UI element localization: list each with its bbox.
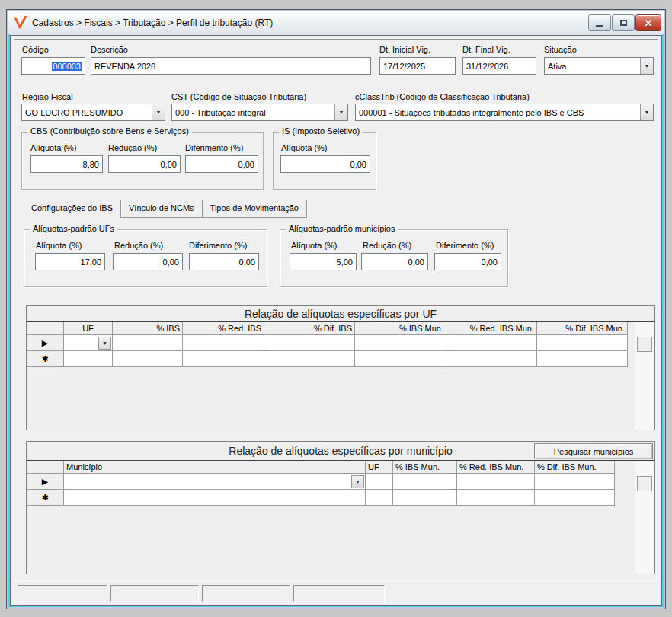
pesquisar-municipios-button[interactable]: Pesquisar municípios bbox=[534, 443, 653, 459]
mun-defaults-title: Alíquotas-padrão municípios bbox=[286, 224, 398, 233]
uf-table: Relação de alíquotas específicas por UF … bbox=[26, 305, 655, 430]
uf-new-cell-ibs-mun[interactable] bbox=[355, 351, 446, 367]
uf-header-ibs-mun[interactable]: % IBS Mun. bbox=[355, 322, 446, 335]
is-group-title: IS (Imposto Seletivo) bbox=[279, 126, 363, 136]
restore-icon bbox=[620, 20, 627, 26]
status-panel-1 bbox=[18, 585, 107, 602]
chevron-down-icon[interactable]: ▼ bbox=[640, 104, 653, 120]
cbs-diferimento-input[interactable]: 0,00 bbox=[185, 155, 258, 173]
status-panel-4 bbox=[293, 585, 385, 602]
uf-cell-dif-ibs-mun[interactable] bbox=[537, 335, 628, 351]
is-groupbox: IS (Imposto Seletivo) Alíquota (%) 0,00 bbox=[273, 132, 376, 190]
is-aliquota-input[interactable]: 0,00 bbox=[280, 155, 370, 173]
uf-header-dif-ibs[interactable]: % Dif. IBS bbox=[264, 322, 355, 335]
uf-table-scroll-thumb[interactable] bbox=[637, 337, 652, 352]
descricao-input[interactable]: REVENDA 2026 bbox=[91, 57, 371, 75]
mun-table-row-new: ✱ bbox=[27, 490, 616, 506]
mun-new-cell-municipio[interactable] bbox=[64, 490, 366, 506]
mun-reducao-input[interactable]: 0,00 bbox=[361, 253, 428, 270]
tab-vinculo-ncms[interactable]: Vínculo de NCMs bbox=[121, 200, 203, 218]
mun-row-selector[interactable]: ▶ bbox=[27, 474, 64, 490]
uf-reducao-input[interactable]: 0,00 bbox=[113, 253, 183, 270]
uf-new-cell-dif-ibs[interactable] bbox=[264, 351, 355, 367]
new-row-icon: ✱ bbox=[41, 355, 48, 363]
situacao-value: Ativa bbox=[545, 62, 640, 71]
status-panel-2 bbox=[110, 585, 199, 602]
tab-strip: Configurações do IBS Vínculo de NCMs Tip… bbox=[24, 200, 307, 218]
mun-new-row-selector[interactable]: ✱ bbox=[27, 490, 64, 506]
uf-cell-red-ibs[interactable] bbox=[183, 335, 264, 351]
chevron-down-icon[interactable]: ▼ bbox=[640, 58, 653, 74]
mun-table-scroll-thumb[interactable] bbox=[637, 476, 652, 491]
uf-header-uf[interactable]: UF bbox=[64, 322, 113, 335]
uf-new-row-selector[interactable]: ✱ bbox=[27, 351, 64, 367]
mun-cell-red-ibs-mun[interactable] bbox=[457, 474, 535, 490]
minimize-button[interactable] bbox=[588, 14, 611, 31]
uf-new-cell-ibs[interactable] bbox=[113, 351, 183, 367]
mun-header-ibs-mun[interactable]: % IBS Mun. bbox=[393, 461, 457, 474]
uf-reducao-label: Redução (%) bbox=[114, 241, 163, 250]
uf-header-red-ibs[interactable]: % Red. IBS bbox=[183, 322, 264, 335]
uf-table-vertical-scrollbar[interactable] bbox=[635, 322, 654, 430]
cbs-aliquota-input[interactable]: 8,80 bbox=[30, 155, 103, 173]
uf-header-red-ibs-mun[interactable]: % Red. IBS Mun. bbox=[446, 322, 537, 335]
uf-table-row-new: ✱ bbox=[27, 351, 629, 367]
maximize-button[interactable] bbox=[612, 14, 635, 31]
cbs-reducao-input[interactable]: 0,00 bbox=[108, 155, 181, 173]
is-aliquota-label: Alíquota (%) bbox=[281, 143, 328, 152]
mun-new-cell-dif-ibs-mun[interactable] bbox=[535, 490, 615, 506]
uf-aliquota-input[interactable]: 17,00 bbox=[35, 253, 105, 270]
uf-row-selector[interactable]: ▶ bbox=[27, 335, 64, 351]
mun-header-municipio[interactable]: Município bbox=[64, 461, 366, 474]
mun-new-cell-uf[interactable] bbox=[366, 490, 393, 506]
uf-cell-dif-ibs[interactable] bbox=[264, 335, 355, 351]
regiao-fiscal-select[interactable]: GO LUCRO PRESUMIDO ▼ bbox=[21, 104, 165, 121]
mun-new-cell-ibs-mun[interactable] bbox=[393, 490, 457, 506]
chevron-down-icon[interactable]: ▼ bbox=[351, 475, 364, 488]
mun-header-red-ibs-mun[interactable]: % Red. IBS Mun. bbox=[457, 461, 535, 474]
codigo-input[interactable]: 000003 bbox=[21, 57, 85, 75]
uf-new-cell-red-ibs[interactable] bbox=[183, 351, 264, 367]
mun-new-cell-red-ibs-mun[interactable] bbox=[457, 490, 535, 506]
mun-table-vertical-scrollbar[interactable] bbox=[635, 461, 654, 574]
cst-label: CST (Código de Situação Tributária) bbox=[171, 92, 306, 101]
uf-new-cell-dif-ibs-mun[interactable] bbox=[537, 351, 628, 367]
uf-table-row-current: ▶ ▼ bbox=[27, 335, 629, 351]
mun-defaults-groupbox: Alíquotas-padrão municípios Alíquota (%)… bbox=[280, 229, 508, 287]
situacao-select[interactable]: Ativa ▼ bbox=[544, 57, 654, 75]
cst-value: 000 - Tributação integral bbox=[172, 108, 334, 117]
mun-cell-dif-ibs-mun[interactable] bbox=[535, 474, 615, 490]
uf-new-cell-uf[interactable] bbox=[64, 351, 113, 367]
tab-tipos-movimentacao[interactable]: Tipos de Movimentação bbox=[203, 200, 307, 218]
status-panel-3 bbox=[202, 585, 290, 602]
cbs-reducao-value: 0,00 bbox=[161, 160, 177, 169]
close-button[interactable]: ✕ bbox=[635, 14, 661, 31]
uf-cell-ibs[interactable] bbox=[113, 335, 183, 351]
cclasstrib-select[interactable]: 000001 - Situações tributadas integralme… bbox=[355, 104, 654, 121]
uf-new-cell-red-ibs-mun[interactable] bbox=[446, 351, 537, 367]
uf-header-dif-ibs-mun[interactable]: % Dif. IBS Mun. bbox=[537, 322, 628, 335]
chevron-down-icon[interactable]: ▼ bbox=[334, 104, 347, 120]
cbs-diferimento-value: 0,00 bbox=[238, 160, 254, 169]
mun-diferimento-input[interactable]: 0,00 bbox=[434, 253, 501, 270]
cbs-diferimento-label: Diferimento (%) bbox=[185, 143, 243, 152]
title-bar[interactable]: Cadastros > Fiscais > Tributação > Perfi… bbox=[8, 11, 664, 35]
mun-header-dif-ibs-mun[interactable]: % Dif. IBS Mun. bbox=[535, 461, 615, 474]
chevron-down-icon[interactable]: ▼ bbox=[98, 337, 111, 350]
mun-cell-ibs-mun[interactable] bbox=[393, 474, 457, 490]
cst-select[interactable]: 000 - Tributação integral ▼ bbox=[171, 104, 348, 121]
dt-final-input[interactable]: 31/12/2026 bbox=[462, 57, 536, 75]
uf-cell-red-ibs-mun[interactable] bbox=[446, 335, 537, 351]
uf-cell-uf[interactable]: ▼ bbox=[64, 335, 113, 351]
mun-header-uf[interactable]: UF bbox=[366, 461, 393, 474]
tab-configuracoes-ibs[interactable]: Configurações do IBS bbox=[24, 200, 121, 218]
chevron-down-icon[interactable]: ▼ bbox=[152, 104, 165, 120]
uf-diferimento-input[interactable]: 0,00 bbox=[189, 253, 259, 270]
dt-inicial-input[interactable]: 17/12/2025 bbox=[379, 57, 456, 75]
uf-header-ibs[interactable]: % IBS bbox=[113, 322, 183, 335]
mun-cell-uf[interactable] bbox=[366, 474, 393, 490]
mun-aliquota-input[interactable]: 5,00 bbox=[290, 253, 357, 270]
form-panel: Código Descrição Dt. Inicial Vig. Dt. Fi… bbox=[14, 39, 658, 581]
uf-cell-ibs-mun[interactable] bbox=[355, 335, 446, 351]
mun-cell-municipio[interactable]: ▼ bbox=[64, 474, 366, 490]
